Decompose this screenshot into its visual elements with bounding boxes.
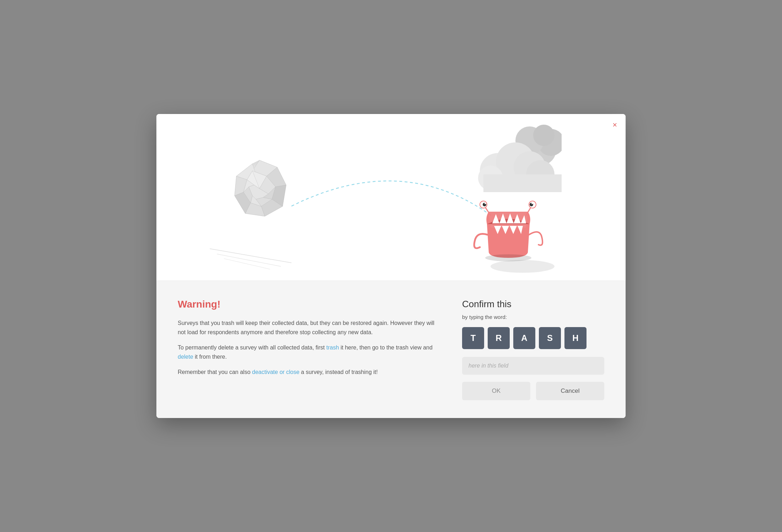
- svg-rect-31: [483, 174, 562, 192]
- deactivate-close-link[interactable]: deactivate or close: [252, 369, 299, 375]
- svg-point-25: [533, 125, 555, 146]
- confirm-input[interactable]: [462, 357, 604, 375]
- warning-section: Warning! Surveys that you trash will kee…: [178, 299, 441, 400]
- letter-H: H: [564, 327, 586, 349]
- close-button[interactable]: ×: [612, 121, 617, 129]
- warning-paragraph-3: Remember that you can also deactivate or…: [178, 368, 441, 377]
- warning-paragraph-2: To permanently delete a survey with all …: [178, 343, 441, 361]
- monster-illustration: [473, 192, 544, 263]
- trash-link[interactable]: trash: [326, 344, 339, 351]
- trash-letters-row: T R A S H: [462, 327, 604, 349]
- dialog: ×: [156, 114, 626, 418]
- warning-p3-after: a survey, instead of trashing it!: [299, 369, 377, 375]
- action-buttons: OK Cancel: [462, 382, 604, 400]
- confirm-section: Confirm this by typing the word: T R A S…: [462, 299, 604, 400]
- delete-link[interactable]: delete: [178, 354, 193, 360]
- cancel-button[interactable]: Cancel: [536, 382, 604, 400]
- confirm-title: Confirm this: [462, 299, 604, 310]
- letter-A: A: [513, 327, 535, 349]
- svg-line-1: [217, 254, 281, 266]
- illustration-area: [156, 114, 626, 281]
- letter-R: R: [488, 327, 510, 349]
- paper-ball-illustration: [227, 157, 291, 221]
- svg-line-0: [210, 249, 291, 263]
- warning-p2-middle: it here, then go to the trash view and: [339, 344, 433, 351]
- confirm-subtitle: by typing the word:: [462, 314, 604, 320]
- letter-S: S: [539, 327, 561, 349]
- svg-line-2: [224, 259, 270, 269]
- svg-point-44: [484, 203, 486, 204]
- content-area: Warning! Surveys that you trash will kee…: [156, 281, 626, 418]
- ok-button[interactable]: OK: [462, 382, 530, 400]
- warning-p3-before: Remember that you can also: [178, 369, 252, 375]
- warning-p2-before: To permanently delete a survey with all …: [178, 344, 326, 351]
- letter-T: T: [462, 327, 484, 349]
- warning-p2-after: it from there.: [193, 354, 227, 360]
- svg-point-48: [531, 203, 533, 204]
- warning-paragraph-1: Surveys that you trash will keep their c…: [178, 319, 441, 337]
- cloud-illustration: [469, 121, 562, 192]
- svg-point-49: [485, 254, 531, 261]
- warning-title: Warning!: [178, 299, 441, 310]
